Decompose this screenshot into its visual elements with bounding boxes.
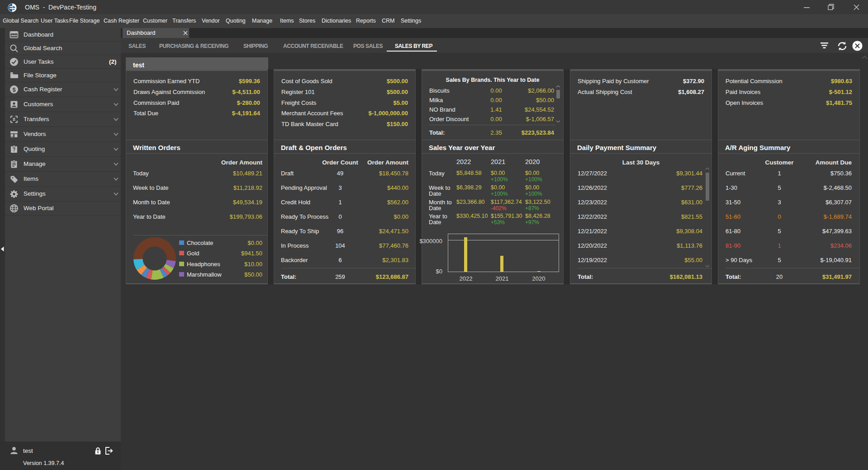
svg-text:$: $ — [12, 86, 16, 93]
svg-text:?: ? — [13, 147, 15, 152]
